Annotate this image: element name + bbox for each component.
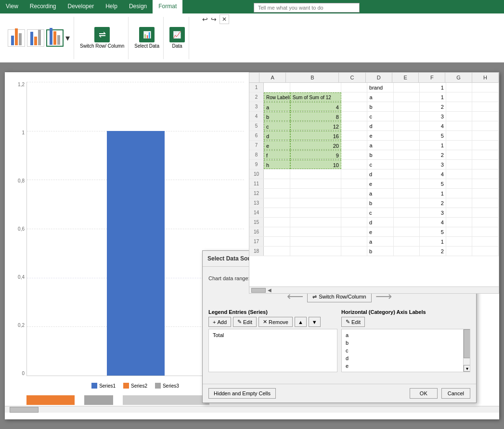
cell[interactable]: 1 [420, 92, 446, 102]
cell[interactable] [472, 227, 499, 236]
cell[interactable]: brand [367, 83, 394, 92]
list-item[interactable]: Total [211, 331, 335, 339]
cell[interactable] [472, 141, 499, 150]
cell[interactable] [394, 189, 420, 198]
cell[interactable]: 4 [420, 169, 446, 179]
cell[interactable] [394, 112, 420, 121]
cell[interactable] [394, 169, 420, 179]
cell[interactable]: e [367, 131, 394, 140]
cell[interactable] [341, 141, 368, 150]
cell[interactable]: f [264, 150, 290, 159]
cell[interactable] [264, 237, 290, 246]
cell[interactable]: d [367, 218, 394, 227]
hidden-empty-cells-button[interactable]: Hidden and Empty Cells [208, 388, 276, 399]
list-item[interactable]: d [344, 354, 468, 362]
cell[interactable] [341, 247, 368, 256]
cell[interactable]: 9 [290, 150, 341, 159]
cell[interactable]: h [264, 160, 290, 169]
cell[interactable] [341, 208, 368, 217]
cell[interactable] [264, 247, 290, 256]
cell[interactable] [472, 218, 499, 227]
tab-developer[interactable]: Developer [62, 0, 100, 13]
cell[interactable]: b [264, 112, 290, 121]
cell[interactable] [472, 83, 499, 92]
cell[interactable] [341, 237, 368, 246]
cell[interactable] [472, 169, 499, 179]
legend-up-button[interactable]: ▲ [295, 317, 307, 327]
legend-add-button[interactable]: + Add [208, 317, 231, 327]
cell[interactable]: 1 [420, 189, 446, 198]
cell[interactable] [472, 131, 499, 140]
cell[interactable]: a [367, 237, 394, 246]
cell[interactable]: c [367, 112, 394, 121]
cell[interactable] [264, 198, 290, 208]
cell[interactable]: 1 [420, 141, 446, 150]
cell[interactable]: 12 [290, 121, 341, 130]
cell[interactable] [394, 92, 420, 102]
cell[interactable]: 20 [290, 141, 341, 150]
list-item[interactable]: b [344, 339, 468, 347]
cell-selected[interactable]: Sum of Sum of 12 [290, 92, 341, 102]
cell[interactable] [341, 131, 368, 140]
cell[interactable]: 1 [420, 237, 446, 246]
cell[interactable] [341, 83, 368, 92]
cell[interactable]: 2 [420, 102, 446, 111]
cell[interactable] [446, 169, 473, 179]
cancel-button[interactable]: Cancel [441, 388, 470, 399]
cell[interactable] [394, 179, 420, 188]
chart-thumb-3[interactable] [46, 29, 64, 47]
cell[interactable] [394, 218, 420, 227]
cell[interactable] [394, 160, 420, 169]
cell[interactable]: c [367, 160, 394, 169]
cell[interactable] [341, 121, 368, 130]
cell[interactable] [394, 237, 420, 246]
cell[interactable] [341, 198, 368, 208]
cell[interactable] [341, 160, 368, 169]
data-button[interactable]: 📈 Data [169, 27, 185, 49]
bottom-scrollbar[interactable] [5, 406, 499, 413]
cell[interactable]: 10 [290, 160, 341, 169]
cell[interactable]: e [367, 179, 394, 188]
cell[interactable] [446, 150, 473, 159]
cell[interactable]: 2 [420, 247, 446, 256]
cell[interactable] [341, 218, 368, 227]
cell[interactable] [290, 247, 341, 256]
legend-edit-button[interactable]: ✎ Edit [233, 317, 257, 327]
cell[interactable] [472, 121, 499, 130]
cell[interactable] [394, 247, 420, 256]
cell[interactable]: 4 [420, 121, 446, 130]
cell[interactable]: a [367, 92, 394, 102]
cell[interactable]: d [367, 121, 394, 130]
cell[interactable] [446, 198, 473, 208]
cell[interactable] [472, 189, 499, 198]
cell[interactable] [446, 160, 473, 169]
cell[interactable] [264, 189, 290, 198]
cell[interactable] [446, 112, 473, 121]
cell[interactable] [394, 141, 420, 150]
tab-design[interactable]: Design [123, 0, 153, 13]
tab-help[interactable]: Help [100, 0, 123, 13]
chart-thumb-2[interactable] [27, 29, 44, 47]
cell[interactable] [290, 179, 341, 188]
cell[interactable] [472, 208, 499, 217]
cell[interactable] [290, 218, 341, 227]
axis-scrollbar[interactable]: ▾ [463, 329, 470, 372]
cell[interactable]: c [367, 208, 394, 217]
cell[interactable]: a [367, 141, 394, 150]
list-item[interactable]: a [344, 331, 468, 339]
cell[interactable]: 2 [420, 198, 446, 208]
bottom-scroll-thumb[interactable] [10, 407, 39, 413]
cell[interactable] [290, 208, 341, 217]
cell[interactable] [290, 83, 341, 92]
cell[interactable]: 4 [420, 218, 446, 227]
cell[interactable]: 2 [420, 150, 446, 159]
search-input[interactable] [254, 3, 360, 13]
cell[interactable] [446, 131, 473, 140]
cell[interactable] [290, 198, 341, 208]
cell[interactable]: 4 [290, 102, 341, 111]
cell[interactable]: 1 [420, 83, 446, 92]
cell[interactable]: 3 [420, 160, 446, 169]
chart-thumb-1[interactable] [8, 29, 25, 47]
cell[interactable] [394, 198, 420, 208]
legend-down-button[interactable]: ▼ [309, 317, 321, 327]
